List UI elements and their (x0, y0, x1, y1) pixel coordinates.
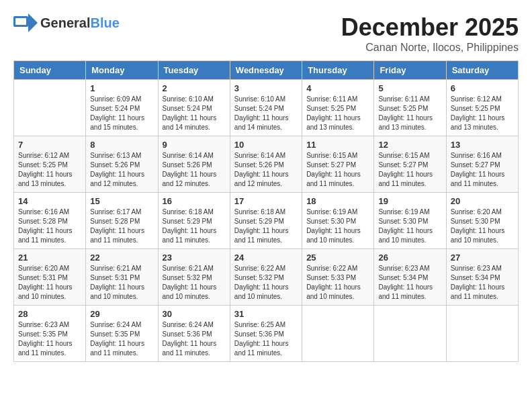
calendar-week-row: 28 Sunrise: 6:23 AM Sunset: 5:35 PM Dayl… (14, 306, 519, 362)
sunset-text: Sunset: 5:31 PM (90, 273, 153, 283)
day-number: 19 (378, 196, 441, 206)
cell-info: Sunrise: 6:21 AM Sunset: 5:31 PM Dayligh… (90, 264, 153, 302)
sunrise-text: Sunrise: 6:18 AM (234, 208, 298, 217)
sunset-text: Sunset: 5:26 PM (90, 161, 153, 170)
daylight-text: Daylight: 11 hours and 10 minutes. (378, 226, 441, 245)
sunset-text: Sunset: 5:30 PM (378, 217, 441, 226)
calendar-cell: 24 Sunrise: 6:22 AM Sunset: 5:32 PM Dayl… (230, 249, 302, 306)
calendar-cell (302, 306, 374, 362)
daylight-text: Daylight: 11 hours and 11 minutes. (234, 226, 298, 245)
day-number: 7 (18, 140, 81, 150)
calendar-week-row: 14 Sunrise: 6:16 AM Sunset: 5:28 PM Dayl… (14, 193, 519, 249)
calendar-cell: 29 Sunrise: 6:24 AM Sunset: 5:35 PM Dayl… (86, 306, 158, 362)
daylight-text: Daylight: 11 hours and 11 minutes. (90, 339, 153, 358)
cell-info: Sunrise: 6:11 AM Sunset: 5:25 PM Dayligh… (378, 95, 441, 132)
day-number: 20 (451, 196, 514, 206)
sunrise-text: Sunrise: 6:24 AM (90, 320, 153, 330)
sunset-text: Sunset: 5:28 PM (18, 217, 81, 226)
sunrise-text: Sunrise: 6:11 AM (378, 95, 441, 104)
calendar-week-row: 21 Sunrise: 6:20 AM Sunset: 5:31 PM Dayl… (14, 249, 519, 306)
daylight-text: Daylight: 11 hours and 11 minutes. (234, 339, 298, 358)
logo-general-text: General (40, 15, 90, 31)
sunrise-text: Sunrise: 6:22 AM (234, 264, 298, 273)
day-number: 27 (451, 253, 514, 263)
calendar-cell: 21 Sunrise: 6:20 AM Sunset: 5:31 PM Dayl… (14, 249, 86, 306)
sunrise-text: Sunrise: 6:23 AM (451, 264, 514, 273)
daylight-text: Daylight: 11 hours and 13 minutes. (18, 170, 81, 189)
sunrise-text: Sunrise: 6:11 AM (306, 95, 369, 104)
cell-info: Sunrise: 6:22 AM Sunset: 5:33 PM Dayligh… (306, 264, 369, 302)
sunset-text: Sunset: 5:24 PM (163, 104, 226, 113)
cell-info: Sunrise: 6:12 AM Sunset: 5:25 PM Dayligh… (451, 95, 514, 132)
sunrise-text: Sunrise: 6:21 AM (163, 264, 226, 273)
daylight-text: Daylight: 11 hours and 11 minutes. (306, 170, 369, 189)
daylight-text: Daylight: 11 hours and 10 minutes. (306, 283, 369, 302)
calendar-cell: 17 Sunrise: 6:18 AM Sunset: 5:29 PM Dayl… (230, 193, 302, 249)
sunrise-text: Sunrise: 6:13 AM (90, 151, 153, 161)
calendar-cell: 11 Sunrise: 6:15 AM Sunset: 5:27 PM Dayl… (302, 136, 374, 193)
sunset-text: Sunset: 5:36 PM (163, 330, 226, 339)
sunset-text: Sunset: 5:29 PM (163, 217, 226, 226)
sunset-text: Sunset: 5:31 PM (18, 273, 81, 283)
cell-info: Sunrise: 6:11 AM Sunset: 5:25 PM Dayligh… (306, 95, 369, 132)
daylight-text: Daylight: 11 hours and 11 minutes. (378, 170, 441, 189)
page-header: General Blue December 2025 Canan Norte, … (13, 13, 519, 54)
cell-info: Sunrise: 6:15 AM Sunset: 5:27 PM Dayligh… (378, 151, 441, 189)
cell-info: Sunrise: 6:14 AM Sunset: 5:26 PM Dayligh… (234, 151, 298, 189)
calendar-cell: 16 Sunrise: 6:18 AM Sunset: 5:29 PM Dayl… (158, 193, 230, 249)
sunset-text: Sunset: 5:32 PM (234, 273, 298, 283)
day-number: 15 (90, 196, 153, 206)
day-number: 14 (18, 196, 81, 206)
sunset-text: Sunset: 5:25 PM (451, 104, 514, 113)
sunset-text: Sunset: 5:27 PM (378, 161, 441, 170)
calendar-cell: 2 Sunrise: 6:10 AM Sunset: 5:24 PM Dayli… (158, 80, 230, 136)
calendar-cell: 28 Sunrise: 6:23 AM Sunset: 5:35 PM Dayl… (14, 306, 86, 362)
calendar-cell (14, 80, 86, 136)
day-number: 6 (451, 83, 514, 93)
day-number: 12 (378, 140, 441, 150)
location-title: Canan Norte, Ilocos, Philippines (341, 42, 519, 54)
sunrise-text: Sunrise: 6:24 AM (163, 320, 226, 330)
weekday-header: Sunday (14, 61, 86, 80)
day-number: 1 (90, 83, 153, 93)
sunrise-text: Sunrise: 6:19 AM (378, 208, 441, 217)
sunset-text: Sunset: 5:29 PM (234, 217, 298, 226)
cell-info: Sunrise: 6:25 AM Sunset: 5:36 PM Dayligh… (234, 320, 298, 358)
daylight-text: Daylight: 11 hours and 10 minutes. (234, 283, 298, 302)
svg-rect-2 (15, 18, 26, 25)
daylight-text: Daylight: 11 hours and 13 minutes. (306, 113, 369, 132)
sunrise-text: Sunrise: 6:25 AM (234, 320, 298, 330)
cell-info: Sunrise: 6:15 AM Sunset: 5:27 PM Dayligh… (306, 151, 369, 189)
daylight-text: Daylight: 11 hours and 10 minutes. (306, 226, 369, 245)
day-number: 9 (163, 140, 226, 150)
calendar-cell: 23 Sunrise: 6:21 AM Sunset: 5:32 PM Dayl… (158, 249, 230, 306)
sunset-text: Sunset: 5:24 PM (234, 104, 298, 113)
calendar-cell: 26 Sunrise: 6:23 AM Sunset: 5:34 PM Dayl… (374, 249, 446, 306)
cell-info: Sunrise: 6:21 AM Sunset: 5:32 PM Dayligh… (163, 264, 226, 302)
sunset-text: Sunset: 5:30 PM (306, 217, 369, 226)
cell-info: Sunrise: 6:22 AM Sunset: 5:32 PM Dayligh… (234, 264, 298, 302)
calendar-table: SundayMondayTuesdayWednesdayThursdayFrid… (13, 60, 519, 362)
cell-info: Sunrise: 6:20 AM Sunset: 5:31 PM Dayligh… (18, 264, 81, 302)
sunset-text: Sunset: 5:27 PM (306, 161, 369, 170)
cell-info: Sunrise: 6:19 AM Sunset: 5:30 PM Dayligh… (378, 208, 441, 245)
cell-info: Sunrise: 6:17 AM Sunset: 5:28 PM Dayligh… (90, 208, 153, 245)
day-number: 23 (163, 253, 226, 263)
svg-marker-1 (28, 13, 38, 32)
cell-info: Sunrise: 6:23 AM Sunset: 5:34 PM Dayligh… (378, 264, 441, 302)
day-number: 25 (306, 253, 369, 263)
sunrise-text: Sunrise: 6:12 AM (18, 151, 81, 161)
calendar-cell: 27 Sunrise: 6:23 AM Sunset: 5:34 PM Dayl… (446, 249, 518, 306)
daylight-text: Daylight: 11 hours and 11 minutes. (163, 339, 226, 358)
calendar-header-row: SundayMondayTuesdayWednesdayThursdayFrid… (14, 61, 519, 80)
cell-info: Sunrise: 6:16 AM Sunset: 5:27 PM Dayligh… (451, 151, 514, 189)
daylight-text: Daylight: 11 hours and 11 minutes. (451, 283, 514, 302)
day-number: 3 (234, 83, 298, 93)
day-number: 13 (451, 140, 514, 150)
cell-info: Sunrise: 6:20 AM Sunset: 5:30 PM Dayligh… (451, 208, 514, 245)
day-number: 31 (234, 309, 298, 319)
cell-info: Sunrise: 6:19 AM Sunset: 5:30 PM Dayligh… (306, 208, 369, 245)
sunrise-text: Sunrise: 6:16 AM (451, 151, 514, 161)
day-number: 10 (234, 140, 298, 150)
sunset-text: Sunset: 5:25 PM (18, 161, 81, 170)
